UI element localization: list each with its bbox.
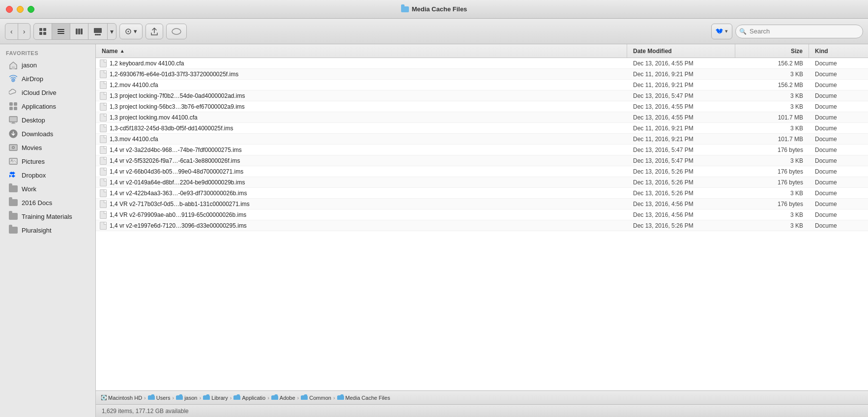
sidebar-item-airdrop[interactable]: AirDrop [3, 72, 92, 86]
view-dropdown-button[interactable]: ▾ [108, 24, 116, 39]
folder-path-icon [233, 394, 240, 401]
file-size: 101.7 MB [735, 114, 809, 121]
folder-path-icon [203, 394, 210, 401]
title-folder-icon [401, 6, 409, 12]
svg-rect-6 [58, 33, 64, 34]
forward-button[interactable]: › [18, 24, 30, 39]
back-button[interactable]: ‹ [5, 24, 18, 39]
view-icons-button[interactable] [34, 24, 52, 39]
folder-path-icon [176, 394, 183, 401]
file-size: 3 KB [735, 103, 809, 110]
file-date: Dec 13, 2016, 4:55 PM [627, 103, 735, 110]
sidebar-item-2016docs[interactable]: 2016 Docs [3, 196, 92, 209]
column-size[interactable]: Size [735, 44, 809, 58]
sidebar-item-pluralsight[interactable]: Pluralsight [3, 223, 92, 237]
maximize-button[interactable] [28, 6, 34, 13]
table-row[interactable]: 1,3 project locking.mov 44100.cfa Dec 13… [96, 112, 868, 123]
file-kind: Docume [809, 136, 868, 143]
search-input[interactable] [735, 25, 863, 38]
file-kind: Docume [809, 157, 868, 164]
svg-rect-16 [12, 66, 15, 69]
view-list-button[interactable] [52, 24, 70, 39]
sidebar-item-movies[interactable]: Movies [3, 141, 92, 154]
svg-rect-24 [12, 122, 15, 123]
share-button[interactable] [145, 24, 163, 39]
minimize-button[interactable] [17, 6, 24, 13]
sidebar-item-pictures[interactable]: Pictures [3, 154, 92, 168]
file-date: Dec 13, 2016, 5:26 PM [627, 190, 735, 197]
sidebar-item-icloud[interactable]: iCloud Drive [3, 86, 92, 99]
view-columns-button[interactable] [70, 24, 88, 39]
movies-icon [9, 143, 18, 152]
table-row[interactable]: 1,4 vr v2-422b4aa3-363…-0e93-df730000002… [96, 188, 868, 199]
file-kind: Docume [809, 211, 868, 218]
sidebar-item-downloads[interactable]: Downloads [3, 127, 92, 141]
table-row[interactable]: 1,4 vr v2-0149a64e-d8bf…2204-be9d0000029… [96, 177, 868, 188]
sidebar-item-training[interactable]: Training Materials [3, 209, 92, 223]
file-name: 1,4 vr v2-0149a64e-d8bf…2204-be9d0000029… [96, 179, 627, 186]
table-row[interactable]: 1,4 vr v2-5f532026-f9a7…-6ca1-3e88000026… [96, 155, 868, 166]
path-item-common[interactable]: Common [301, 394, 331, 401]
table-row[interactable]: 1,4 vr v2-66b04d36-b05…99e0-48d700000271… [96, 166, 868, 177]
file-size: 156.2 MB [735, 82, 809, 89]
path-item-macintosh-hd[interactable]: 💽Macintosh HD [101, 395, 142, 401]
table-row[interactable]: 1,2-693067f6-e64e-01d3-37f3-33720000025f… [96, 69, 868, 80]
table-row[interactable]: 1,3 project locking-7f0b2…54de-0ad400000… [96, 90, 868, 101]
action-button[interactable]: ▾ [119, 24, 143, 39]
desktop-icon [9, 116, 18, 124]
table-row[interactable]: 1,3 project locking-56bc3…3b76-ef6700000… [96, 101, 868, 112]
table-row[interactable]: 1,4 vr v2-e1997e6d-7120…3096-d33e0000029… [96, 220, 868, 231]
column-name[interactable]: Name ▲ [96, 44, 627, 58]
table-row[interactable]: 1,3.mov 44100.cfa Dec 11, 2016, 9:21 PM … [96, 134, 868, 145]
path-item-jason[interactable]: jason [176, 394, 197, 401]
svg-rect-9 [81, 29, 83, 34]
sidebar-item-dropbox[interactable]: Dropbox [3, 168, 92, 182]
dropbox-button[interactable]: ▾ [711, 24, 732, 39]
table-row[interactable]: 1,4 VR v2-717b03cf-0d5…b-abb1-131c000002… [96, 199, 868, 209]
table-row[interactable]: 1,2.mov 44100.cfa Dec 11, 2016, 9:21 PM … [96, 80, 868, 90]
document-icon [100, 103, 107, 111]
file-date: Dec 13, 2016, 4:55 PM [627, 114, 735, 121]
column-kind[interactable]: Kind [809, 44, 868, 58]
table-row[interactable]: 1,3-cd5f1832-245d-83db-0f5f-dd14000025f.… [96, 123, 868, 134]
file-date: Dec 13, 2016, 4:56 PM [627, 211, 735, 218]
path-item-media-cache-files[interactable]: Media Cache Files [337, 394, 390, 401]
window-title: Media Cache Files [401, 5, 467, 13]
path-item-users[interactable]: Users [148, 394, 171, 401]
folder-2016docs-icon [9, 198, 18, 207]
sidebar-item-work[interactable]: Work [3, 182, 92, 196]
sidebar-item-jason[interactable]: jason [3, 58, 92, 72]
path-item-library[interactable]: Library [203, 394, 228, 401]
path-separator: › [230, 395, 232, 401]
file-kind: Docume [809, 222, 868, 229]
file-date: Dec 11, 2016, 9:21 PM [627, 125, 735, 132]
path-item-adobe[interactable]: Adobe [271, 394, 295, 401]
svg-rect-13 [99, 34, 101, 35]
favorites-header: Favorites [0, 46, 95, 58]
file-kind: Docume [809, 201, 868, 208]
document-icon [100, 200, 107, 208]
svg-point-15 [172, 29, 181, 34]
document-icon [100, 114, 107, 121]
table-row[interactable]: 1,4 vr v2-3a22d4bc-968…-74be-7fdf0000027… [96, 145, 868, 155]
file-name: 1,2 keyboard.mov 44100.cfa [96, 60, 627, 67]
table-row[interactable]: 1,4 VR v2-679909ae-ab0…9119-65c00000026b… [96, 209, 868, 220]
view-gallery-button[interactable] [88, 24, 108, 39]
window-controls[interactable] [6, 6, 34, 13]
folder-path-icon [148, 394, 155, 401]
hd-icon: 💽 [101, 395, 107, 400]
svg-rect-1 [43, 28, 46, 31]
file-kind: Docume [809, 125, 868, 132]
tag-button[interactable] [166, 24, 187, 39]
sidebar-item-desktop[interactable]: Desktop [3, 113, 92, 127]
column-date[interactable]: Date Modified [627, 44, 735, 58]
table-row[interactable]: 1,2 keyboard.mov 44100.cfa Dec 13, 2016,… [96, 58, 868, 69]
close-button[interactable] [6, 6, 13, 13]
file-size: 176 bytes [735, 179, 809, 186]
path-item-applicatio[interactable]: Applicatio [233, 394, 265, 401]
file-kind: Docume [809, 114, 868, 121]
file-name: 1,4 vr v2-422b4aa3-363…-0e93-df730000002… [96, 189, 627, 197]
sidebar-item-applications[interactable]: Applications [3, 99, 92, 113]
file-list[interactable]: 1,2 keyboard.mov 44100.cfa Dec 13, 2016,… [96, 58, 868, 390]
file-area: Name ▲ Date Modified Size Kind 1,2 keybo… [96, 44, 868, 417]
